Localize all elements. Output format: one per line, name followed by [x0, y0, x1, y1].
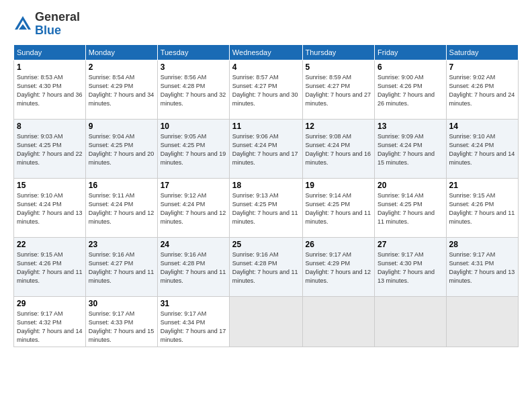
logo-text: General Blue — [35, 11, 80, 38]
day-info: Sunrise: 9:17 AMSunset: 4:30 PMDaylight:… — [378, 250, 443, 285]
day-info: Sunrise: 9:14 AMSunset: 4:25 PMDaylight:… — [378, 191, 443, 226]
day-info: Sunrise: 9:17 AMSunset: 4:31 PMDaylight:… — [449, 250, 515, 285]
calendar-cell: 16Sunrise: 9:11 AMSunset: 4:24 PMDayligh… — [85, 178, 157, 237]
calendar-cell: 5Sunrise: 8:59 AMSunset: 4:27 PMDaylight… — [302, 60, 375, 119]
day-number: 5 — [306, 62, 372, 72]
page: General Blue SundayMondayTuesdayWednesda… — [0, 0, 532, 411]
weekday-header-tuesday: Tuesday — [157, 44, 229, 60]
day-info: Sunrise: 9:14 AMSunset: 4:25 PMDaylight:… — [306, 191, 372, 226]
day-number: 18 — [232, 181, 300, 190]
calendar-cell: 29Sunrise: 9:17 AMSunset: 4:32 PMDayligh… — [14, 296, 86, 347]
calendar-cell: 31Sunrise: 9:17 AMSunset: 4:34 PMDayligh… — [157, 296, 229, 347]
calendar-cell: 18Sunrise: 9:13 AMSunset: 4:25 PMDayligh… — [229, 178, 302, 237]
day-number: 31 — [161, 299, 226, 308]
calendar-cell: 25Sunrise: 9:16 AMSunset: 4:28 PMDayligh… — [229, 237, 302, 296]
day-number: 26 — [306, 240, 372, 249]
calendar-cell: 30Sunrise: 9:17 AMSunset: 4:33 PMDayligh… — [85, 296, 157, 347]
week-row-4: 22Sunrise: 9:15 AMSunset: 4:26 PMDayligh… — [14, 237, 519, 296]
day-info: Sunrise: 9:13 AMSunset: 4:25 PMDaylight:… — [232, 191, 300, 226]
calendar-cell: 4Sunrise: 8:57 AMSunset: 4:27 PMDaylight… — [229, 60, 302, 119]
day-info: Sunrise: 9:17 AMSunset: 4:34 PMDaylight:… — [161, 310, 226, 345]
day-number: 9 — [89, 122, 154, 131]
day-info: Sunrise: 9:12 AMSunset: 4:24 PMDaylight:… — [161, 191, 226, 226]
calendar-cell: 1Sunrise: 8:53 AMSunset: 4:30 PMDaylight… — [14, 60, 86, 119]
logo-icon — [13, 15, 32, 34]
day-number: 29 — [17, 299, 83, 308]
calendar-cell: 19Sunrise: 9:14 AMSunset: 4:25 PMDayligh… — [302, 178, 375, 237]
day-info: Sunrise: 9:16 AMSunset: 4:28 PMDaylight:… — [161, 250, 226, 285]
day-number: 24 — [161, 240, 226, 249]
day-number: 27 — [378, 240, 443, 249]
day-number: 30 — [89, 299, 154, 308]
calendar-cell — [302, 296, 375, 347]
day-number: 8 — [17, 122, 83, 131]
day-info: Sunrise: 9:03 AMSunset: 4:25 PMDaylight:… — [17, 132, 83, 167]
week-row-3: 15Sunrise: 9:10 AMSunset: 4:24 PMDayligh… — [14, 178, 519, 237]
day-info: Sunrise: 9:15 AMSunset: 4:26 PMDaylight:… — [449, 191, 515, 226]
calendar-cell: 9Sunrise: 9:04 AMSunset: 4:25 PMDaylight… — [85, 119, 157, 178]
calendar-cell: 24Sunrise: 9:16 AMSunset: 4:28 PMDayligh… — [157, 237, 229, 296]
day-info: Sunrise: 8:53 AMSunset: 4:30 PMDaylight:… — [17, 73, 83, 108]
calendar-cell: 21Sunrise: 9:15 AMSunset: 4:26 PMDayligh… — [446, 178, 518, 237]
day-info: Sunrise: 8:56 AMSunset: 4:28 PMDaylight:… — [161, 73, 226, 108]
week-row-1: 1Sunrise: 8:53 AMSunset: 4:30 PMDaylight… — [14, 60, 519, 119]
day-info: Sunrise: 9:16 AMSunset: 4:28 PMDaylight:… — [232, 250, 300, 285]
day-number: 20 — [378, 181, 443, 190]
day-number: 15 — [17, 181, 83, 190]
day-info: Sunrise: 8:59 AMSunset: 4:27 PMDaylight:… — [306, 73, 372, 108]
day-number: 6 — [378, 62, 443, 72]
day-number: 4 — [232, 62, 300, 72]
day-number: 12 — [306, 122, 372, 131]
calendar-cell: 17Sunrise: 9:12 AMSunset: 4:24 PMDayligh… — [157, 178, 229, 237]
weekday-header-thursday: Thursday — [302, 44, 375, 60]
day-number: 28 — [449, 240, 515, 249]
day-number: 21 — [449, 181, 515, 190]
day-info: Sunrise: 9:05 AMSunset: 4:25 PMDaylight:… — [161, 132, 226, 167]
day-info: Sunrise: 9:00 AMSunset: 4:26 PMDaylight:… — [378, 73, 443, 108]
day-info: Sunrise: 8:57 AMSunset: 4:27 PMDaylight:… — [232, 73, 300, 108]
day-number: 22 — [17, 240, 83, 249]
calendar-cell: 23Sunrise: 9:16 AMSunset: 4:27 PMDayligh… — [85, 237, 157, 296]
calendar-cell: 8Sunrise: 9:03 AMSunset: 4:25 PMDaylight… — [14, 119, 86, 178]
calendar-cell: 28Sunrise: 9:17 AMSunset: 4:31 PMDayligh… — [446, 237, 518, 296]
calendar-cell: 2Sunrise: 8:54 AMSunset: 4:29 PMDaylight… — [85, 60, 157, 119]
weekday-header-saturday: Saturday — [446, 44, 518, 60]
calendar-cell — [446, 296, 518, 347]
day-info: Sunrise: 9:17 AMSunset: 4:32 PMDaylight:… — [17, 310, 83, 345]
logo: General Blue — [13, 11, 80, 38]
calendar-cell: 26Sunrise: 9:17 AMSunset: 4:29 PMDayligh… — [302, 237, 375, 296]
day-number: 23 — [89, 240, 154, 249]
day-info: Sunrise: 9:09 AMSunset: 4:24 PMDaylight:… — [378, 132, 443, 167]
calendar-cell: 11Sunrise: 9:06 AMSunset: 4:24 PMDayligh… — [229, 119, 302, 178]
day-info: Sunrise: 8:54 AMSunset: 4:29 PMDaylight:… — [89, 73, 154, 108]
day-info: Sunrise: 9:11 AMSunset: 4:24 PMDaylight:… — [89, 191, 154, 226]
logo-blue: Blue — [35, 24, 80, 38]
weekday-header-row: SundayMondayTuesdayWednesdayThursdayFrid… — [14, 44, 519, 60]
calendar-cell: 3Sunrise: 8:56 AMSunset: 4:28 PMDaylight… — [157, 60, 229, 119]
calendar-cell: 15Sunrise: 9:10 AMSunset: 4:24 PMDayligh… — [14, 178, 86, 237]
day-info: Sunrise: 9:15 AMSunset: 4:26 PMDaylight:… — [17, 250, 83, 285]
day-number: 1 — [17, 62, 83, 72]
day-number: 11 — [232, 122, 300, 131]
day-info: Sunrise: 9:06 AMSunset: 4:24 PMDaylight:… — [232, 132, 300, 167]
day-number: 2 — [89, 62, 154, 72]
calendar-cell: 14Sunrise: 9:10 AMSunset: 4:24 PMDayligh… — [446, 119, 518, 178]
day-info: Sunrise: 9:08 AMSunset: 4:24 PMDaylight:… — [306, 132, 372, 167]
day-info: Sunrise: 9:04 AMSunset: 4:25 PMDaylight:… — [89, 132, 154, 167]
day-number: 14 — [449, 122, 515, 131]
calendar-cell: 13Sunrise: 9:09 AMSunset: 4:24 PMDayligh… — [375, 119, 447, 178]
header: General Blue — [13, 11, 519, 38]
day-info: Sunrise: 9:10 AMSunset: 4:24 PMDaylight:… — [17, 191, 83, 226]
day-number: 7 — [449, 62, 515, 72]
calendar-cell: 6Sunrise: 9:00 AMSunset: 4:26 PMDaylight… — [375, 60, 447, 119]
day-info: Sunrise: 9:16 AMSunset: 4:27 PMDaylight:… — [89, 250, 154, 285]
calendar-cell: 7Sunrise: 9:02 AMSunset: 4:26 PMDaylight… — [446, 60, 518, 119]
calendar-cell: 20Sunrise: 9:14 AMSunset: 4:25 PMDayligh… — [375, 178, 447, 237]
calendar-cell: 22Sunrise: 9:15 AMSunset: 4:26 PMDayligh… — [14, 237, 86, 296]
weekday-header-monday: Monday — [85, 44, 157, 60]
calendar-table: SundayMondayTuesdayWednesdayThursdayFrid… — [13, 44, 519, 347]
day-info: Sunrise: 9:10 AMSunset: 4:24 PMDaylight:… — [449, 132, 515, 167]
day-info: Sunrise: 9:02 AMSunset: 4:26 PMDaylight:… — [449, 73, 515, 108]
calendar-cell — [375, 296, 447, 347]
day-number: 3 — [161, 62, 226, 72]
